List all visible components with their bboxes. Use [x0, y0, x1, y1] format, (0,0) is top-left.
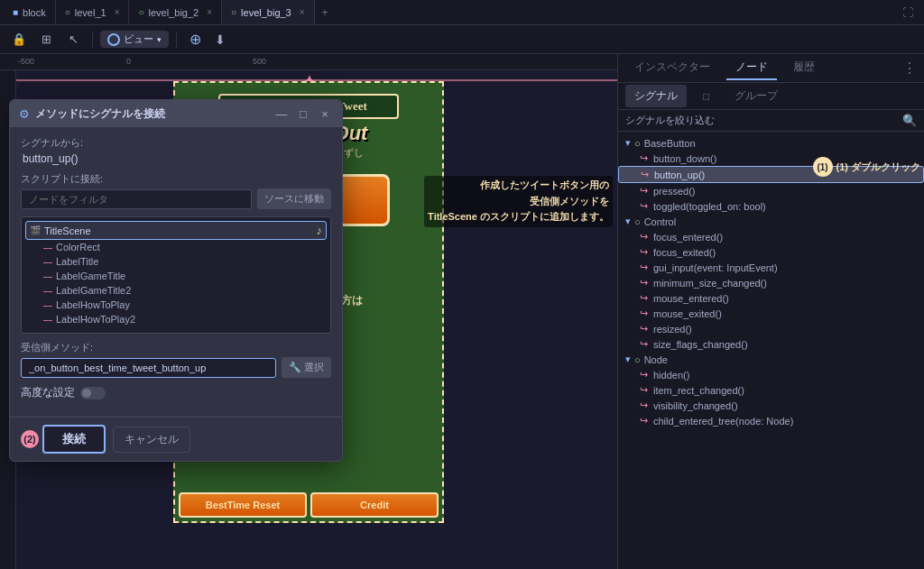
- annotation-1-badge: (1): [813, 157, 833, 177]
- expand-button[interactable]: ⛶: [902, 6, 920, 19]
- close-icon-2[interactable]: ×: [207, 7, 212, 17]
- download-button[interactable]: ⬇: [209, 29, 231, 50]
- tree-item-colorrect[interactable]: — ColorRect: [40, 240, 327, 254]
- signal-from-label: シグナルから:: [21, 136, 331, 150]
- signal-connect-icon-13: ↪: [640, 369, 648, 381]
- add-item-button[interactable]: ⊕: [184, 29, 206, 50]
- signal-item-gui-input-label: gui_input(event: InputEvent): [653, 262, 778, 273]
- annotation-1-container: (1) (1) ダブルクリック: [813, 157, 921, 177]
- signal-group-basebutton[interactable]: ▾ ○ BaseButton: [618, 135, 924, 151]
- tree-item-labeltitle[interactable]: — LabelTitle: [40, 254, 327, 269]
- lock-button[interactable]: 🔒: [7, 29, 31, 50]
- signal-item-mouse-exited[interactable]: ↪ mouse_exited(): [618, 306, 924, 321]
- signal-connect-icon-2: ↪: [641, 169, 649, 180]
- signal-item-child-entered[interactable]: ↪ child_entered_tree(node: Node): [618, 413, 924, 428]
- signal-item-resized[interactable]: ↪ resized(): [618, 321, 924, 336]
- signal-connect-icon-12: ↪: [640, 338, 648, 350]
- tab-signals[interactable]: シグナル: [625, 85, 687, 107]
- tree-item-labelgametitle[interactable]: — LabelGameTitle: [40, 269, 327, 283]
- right-panel: インスペクター ノード 履歴 ⋮ シグナル □ グループ シグナルを絞り込む 🔍: [617, 54, 924, 569]
- tree-item-labelhowtoplay2[interactable]: — LabelHowToPlay2: [40, 312, 327, 326]
- signal-item-hidden-label: hidden(): [653, 370, 689, 381]
- signal-connect-icon-4: ↪: [640, 200, 648, 212]
- tab-block[interactable]: ■ block: [4, 0, 56, 24]
- receiver-method-input[interactable]: [21, 358, 276, 378]
- tab-inspector[interactable]: インスペクター: [625, 56, 719, 80]
- dialog-minimize-button[interactable]: —: [273, 106, 290, 122]
- scene-tree-icon: 🎬: [30, 225, 41, 235]
- toolbar-separator-2: [176, 32, 177, 48]
- signal-item-focus-entered[interactable]: ↪ focus_entered(): [618, 229, 924, 244]
- signal-connect-icon-1: ↪: [640, 152, 648, 164]
- signal-item-toggled-label: toggled(toggled_on: bool): [653, 201, 766, 212]
- signal-item-min-size[interactable]: ↪ minimum_size_changed(): [618, 275, 924, 290]
- tab-history[interactable]: 履歴: [784, 56, 824, 80]
- signal-item-visibility[interactable]: ↪ visibility_changed(): [618, 398, 924, 413]
- signal-connect-icon-8: ↪: [640, 277, 648, 289]
- signal-item-mouse-entered[interactable]: ↪ mouse_entered(): [618, 290, 924, 306]
- signal-group-node[interactable]: ▾ ○ Node: [618, 352, 924, 367]
- connect-button[interactable]: 接続: [42, 425, 106, 454]
- tree-item-labelhowtoplay[interactable]: — LabelHowToPlay: [40, 298, 327, 312]
- signal-search-button[interactable]: 🔍: [902, 114, 917, 127]
- block-icon: ■: [13, 7, 18, 17]
- advanced-label: 高度な設定: [21, 385, 75, 400]
- tab-groups-icon[interactable]: □: [694, 87, 718, 106]
- game-footer: BestTime Reset Credit: [175, 489, 442, 521]
- arrow-button[interactable]: ↖: [61, 29, 85, 50]
- main-area: -500 0 500 ✦ BestTime (999.9) Tweet ig B…: [0, 54, 924, 569]
- tab-level-big-3[interactable]: ○ level_big_3 ×: [222, 0, 315, 24]
- signal-item-size-flags[interactable]: ↪ size_flags_changed(): [618, 336, 924, 352]
- signal-connect-icon-14: ↪: [640, 384, 648, 396]
- tree-item-labelhowtoplay-label: LabelHowToPlay: [56, 299, 130, 310]
- signal-connect-icon-7: ↪: [640, 262, 648, 273]
- dialog-close-button[interactable]: ×: [317, 106, 333, 122]
- dash-icon-4: —: [43, 286, 52, 296]
- add-tab-button[interactable]: +: [315, 6, 336, 19]
- annotation-1-label: (1) ダブルクリック: [836, 161, 921, 174]
- editor-canvas[interactable]: -500 0 500 ✦ BestTime (999.9) Tweet ig B…: [0, 54, 617, 569]
- signal-item-toggled[interactable]: ↪ toggled(toggled_on: bool): [618, 198, 924, 214]
- signal-item-hidden[interactable]: ↪ hidden(): [618, 367, 924, 382]
- tab-node[interactable]: ノード: [726, 56, 777, 80]
- ruler-mark-500: 500: [251, 57, 305, 66]
- signal-item-gui-input[interactable]: ↪ gui_input(event: InputEvent): [618, 260, 924, 275]
- cancel-button[interactable]: キャンセル: [113, 427, 190, 453]
- tree-item-labelgametitle2[interactable]: — LabelGameTitle2: [40, 283, 327, 298]
- close-icon-1[interactable]: ×: [115, 7, 120, 17]
- tab-level-big-2-label: level_big_2: [149, 7, 199, 18]
- signal-group-control[interactable]: ▾ ○ Control: [618, 214, 924, 229]
- tab-groups[interactable]: グループ: [725, 85, 787, 107]
- dash-icon-2: —: [43, 257, 52, 267]
- tab-level-big-2[interactable]: ○ level_big_2 ×: [129, 0, 222, 24]
- annotation-description: 作成したツイートボタン用の 受信側メソッドを TitleScene のスクリプト…: [424, 176, 613, 227]
- signal-item-focus-exited[interactable]: ↪ focus_exited(): [618, 244, 924, 260]
- view-dropdown[interactable]: ビュー ▾: [100, 31, 169, 48]
- tab-block-label: block: [23, 7, 46, 18]
- receiver-select-button[interactable]: 🔧 選択: [282, 357, 331, 378]
- source-move-button[interactable]: ソースに移動: [257, 188, 331, 209]
- dialog-maximize-button[interactable]: □: [295, 106, 311, 122]
- dash-icon-6: —: [43, 315, 52, 325]
- credit-button[interactable]: Credit: [310, 492, 439, 518]
- ruler-mark-0: 0: [125, 57, 179, 66]
- view-label: ビュー: [124, 32, 153, 46]
- inspector-tab-bar: インスペクター ノード 履歴 ⋮: [618, 54, 924, 83]
- best-time-reset-button[interactable]: BestTime Reset: [179, 492, 307, 518]
- grid-button[interactable]: ⊞: [34, 29, 58, 50]
- chevron-down-icon: ▾: [157, 35, 162, 44]
- node-filter-input[interactable]: [21, 189, 252, 209]
- signal-item-mouse-exited-label: mouse_exited(): [653, 308, 722, 319]
- close-icon-3[interactable]: ×: [300, 7, 305, 17]
- advanced-toggle[interactable]: [80, 387, 106, 399]
- tree-item-titlescene[interactable]: 🎬 TitleScene ♪: [25, 221, 327, 240]
- node-tree[interactable]: 🎬 TitleScene ♪ — ColorRect — LabelTi: [21, 216, 331, 334]
- tab-level1[interactable]: ○ level_1 ×: [56, 0, 130, 24]
- signal-item-item-rect[interactable]: ↪ item_rect_changed(): [618, 382, 924, 398]
- scene-icon-2: ○: [138, 7, 143, 17]
- dash-icon: —: [43, 243, 52, 252]
- signal-connect-icon-16: ↪: [640, 415, 648, 427]
- inspector-options-button[interactable]: ⋮: [902, 60, 917, 77]
- signal-item-pressed[interactable]: ↪ pressed(): [618, 183, 924, 198]
- signal-item-min-size-label: minimum_size_changed(): [653, 278, 767, 289]
